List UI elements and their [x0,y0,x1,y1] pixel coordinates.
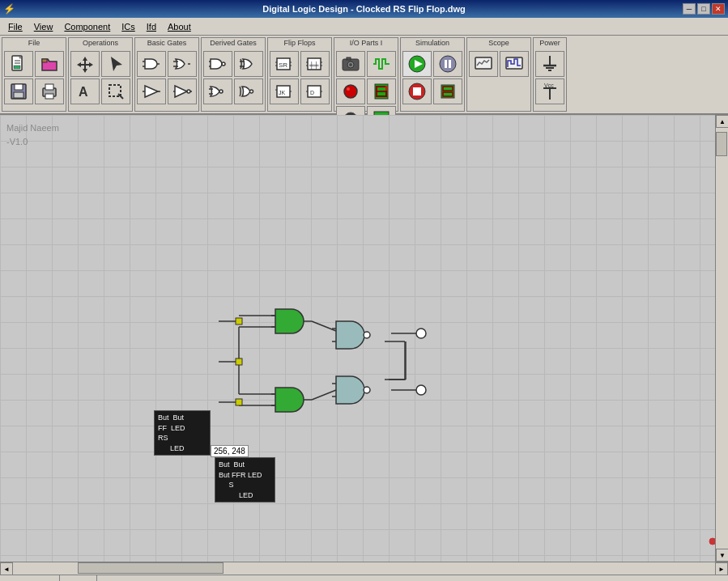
derived-gates-buttons [203,51,263,104]
minimize-button[interactable]: ─ [683,3,696,15]
text-button[interactable]: A [70,78,100,104]
vscroll-track[interactable] [716,128,728,549]
svg-rect-114 [236,358,242,365]
svg-marker-23 [175,86,187,97]
file-buttons [4,51,64,104]
scroll-down-button[interactable]: ▼ [716,549,728,562]
ff3-button[interactable]: JK [270,78,299,104]
select-icon [106,82,126,101]
statusbar-component-label: Component [0,575,60,581]
led-red-button[interactable] [336,78,365,104]
7seg-display-icon [372,82,391,101]
scope-button[interactable] [469,51,498,77]
toolbar: File Operations A [0,36,728,115]
graph-button[interactable] [500,51,529,77]
print-button[interactable] [35,78,64,104]
nand-gate-button[interactable] [203,51,232,77]
play-button[interactable] [402,51,432,77]
and-gate-1[interactable] [271,309,312,333]
close-button[interactable]: ✕ [712,3,725,15]
basic-gates-buttons [137,51,197,104]
save-button[interactable] [4,78,33,104]
svg-rect-63 [377,86,385,87]
xor-gate-button[interactable] [234,51,263,77]
titlebar-controls: ─ □ ✕ [683,3,725,15]
ff4-button[interactable]: D [300,78,330,104]
pause-button[interactable] [433,51,462,77]
gnd-icon [540,54,560,74]
ff4-icon: D [305,82,325,101]
menu-component[interactable]: Component [59,20,115,33]
menu-ifd[interactable]: Ifd [142,20,161,33]
xnor-gate-button[interactable] [234,78,263,104]
scope-buttons [469,51,529,77]
svg-marker-20 [145,86,158,97]
popup-box-1[interactable]: But But FF LED RS LED [154,410,211,456]
toolbar-group-power-label: Power [534,39,566,47]
and-gate-2[interactable] [271,388,312,412]
waveform-button[interactable] [367,51,396,77]
menu-view[interactable]: View [29,20,58,33]
nand-gate-2[interactable] [332,376,715,562]
save-icon [9,82,28,101]
svg-point-24 [187,90,190,93]
hscroll: ◄ ► [0,562,728,575]
new-button[interactable] [4,51,33,77]
toolbar-group-sim-label: Simulation [401,39,464,47]
circuit-svg [0,115,715,562]
nand-gate-1[interactable] [332,321,715,545]
toolbar-group-basic-gates: Basic Gates [134,37,199,112]
vcc-button[interactable]: Vcc [535,78,564,104]
buf-gate-button[interactable] [137,78,166,104]
svg-rect-85 [475,57,492,69]
toolbar-group-io-parts: I/O Parts I 8 [334,37,398,112]
svg-point-27 [222,62,225,66]
canvas-wrapper[interactable]: Majid Naeem -V1.0 [0,115,715,562]
svg-point-58 [349,63,352,66]
sim-seg-icon [438,82,458,101]
and-gate-button[interactable] [137,51,166,77]
scroll-up-button[interactable]: ▲ [716,115,728,128]
move-button[interactable] [70,51,100,77]
svg-rect-81 [413,87,421,95]
menu-ics[interactable]: ICs [117,20,140,33]
pointer-button[interactable] [101,51,130,77]
svg-point-122 [364,332,370,338]
not-gate-button[interactable] [168,78,197,104]
hscroll-track[interactable] [13,562,715,575]
popup-box-2-content: But But But FFR LED S LED [219,460,271,500]
stop-button[interactable] [402,78,432,104]
titlebar-title: Digital Logic Design - Clocked RS Flip F… [0,4,728,14]
sim-seg-button[interactable] [433,78,462,104]
svg-point-77 [440,56,456,72]
vscroll-thumb[interactable] [716,132,727,156]
scroll-left-button[interactable]: ◄ [0,562,13,575]
svg-point-131 [416,385,426,395]
7seg-display-button[interactable] [367,78,396,104]
gnd-button[interactable] [535,51,564,77]
statusbar-component-name: FFRS [60,575,97,581]
menu-about[interactable]: About [163,20,196,33]
or-gate-button[interactable] [168,51,197,77]
nand-gate-icon [208,54,228,74]
nor-gate-button[interactable] [203,78,232,104]
select-button[interactable] [101,78,130,104]
ff1-button[interactable]: SR [270,51,299,77]
toolbar-group-operations: Operations A [68,37,133,112]
svg-text:A: A [79,85,88,99]
power-buttons: Vcc [535,51,564,104]
ff-buttons: SR ╪╪ JK D [270,51,330,104]
open-button[interactable] [35,51,64,77]
menu-file[interactable]: File [3,20,28,33]
svg-rect-113 [236,318,242,324]
popup-box-2[interactable]: But But But FFR LED S LED [215,457,275,503]
maximize-button[interactable]: □ [697,3,710,15]
popup-box-1-content: But But FF LED RS LED [158,413,206,453]
toolbar-group-ops-label: Operations [69,39,132,47]
camera-button[interactable] [336,51,365,77]
stop-icon [407,82,427,101]
ff2-button[interactable]: ╪╪ [300,51,330,77]
hscroll-thumb[interactable] [78,562,224,574]
svg-rect-11 [45,94,53,99]
scroll-right-button[interactable]: ► [715,562,728,575]
